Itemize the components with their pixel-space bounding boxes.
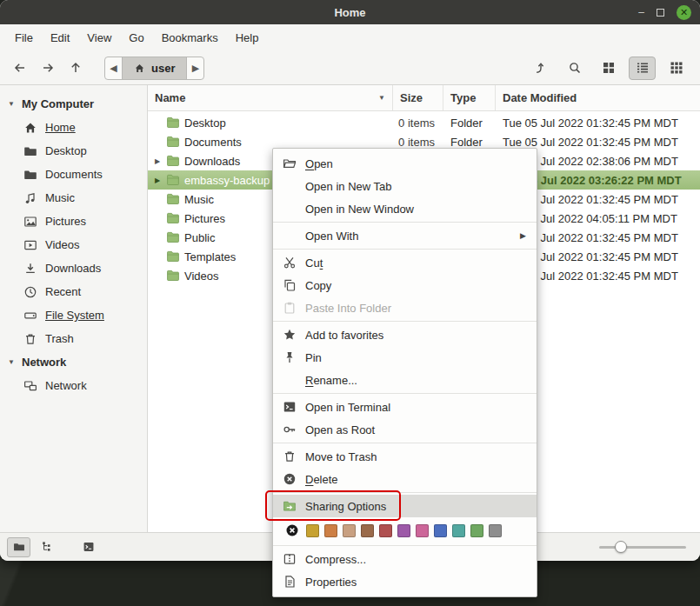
search-button[interactable] <box>561 57 588 80</box>
close-button[interactable]: ✕ <box>677 5 691 20</box>
sidebar-item-label: File System <box>45 309 104 322</box>
sidebar-section-label: Network <box>22 356 66 369</box>
context-menu-item-cut[interactable]: Cut <box>273 251 537 274</box>
context-menu-item-properties[interactable]: Properties <box>273 570 537 593</box>
context-menu-item-compress[interactable]: Compress... <box>273 548 537 570</box>
folder-color-swatch-6[interactable] <box>397 524 410 537</box>
sidebar-item-recent[interactable]: Recent <box>0 280 147 303</box>
icon-view-button[interactable] <box>595 57 622 80</box>
forward-button[interactable] <box>35 56 61 80</box>
context-menu-item-copy[interactable]: Copy <box>273 274 537 296</box>
sidebar-section-my-computer[interactable]: ▼My Computer <box>0 92 147 116</box>
toggle-location-entry-button[interactable] <box>527 57 554 80</box>
menu-item-label: Compress... <box>305 553 528 566</box>
menu-help[interactable]: Help <box>228 27 267 49</box>
menu-go[interactable]: Go <box>121 27 151 49</box>
up-button[interactable] <box>63 56 89 80</box>
folder-sym-icon <box>23 144 37 158</box>
sidebar-item-home[interactable]: Home <box>0 116 147 139</box>
folder-color-swatch-1[interactable] <box>306 524 319 537</box>
sidebar-item-videos[interactable]: Videos <box>0 233 147 256</box>
delete-icon <box>282 472 297 486</box>
folder-color-swatch-2[interactable] <box>324 524 337 537</box>
path-scroll-left-button[interactable]: ◀ <box>105 57 122 79</box>
section-expander-icon[interactable]: ▼ <box>7 358 16 366</box>
file-name: Pictures <box>184 212 225 225</box>
context-menu-item-pin[interactable]: Pin <box>273 346 537 369</box>
folder-icon <box>166 116 180 130</box>
sidebar-item-network[interactable]: Network <box>0 374 147 397</box>
folder-icon <box>166 230 180 244</box>
context-menu-item-open-in-new-window[interactable]: Open in New Window <box>273 197 537 220</box>
path-segment-user[interactable]: user <box>122 57 187 79</box>
context-menu-item-open-as-root[interactable]: Open as Root <box>273 418 537 441</box>
zoom-slider-knob[interactable] <box>615 541 627 553</box>
menu-item-label: Open as Root <box>305 423 528 436</box>
sidebar-item-trash[interactable]: Trash <box>0 327 147 350</box>
tree-view-button[interactable] <box>35 537 58 557</box>
terminal-pane-button[interactable] <box>77 537 100 557</box>
context-menu-item-add-to-favorites[interactable]: Add to favorites <box>273 323 537 346</box>
folder-color-swatch-10[interactable] <box>470 524 483 537</box>
context-menu-item-sharing-options[interactable]: Sharing Options <box>273 495 537 517</box>
path-scroll-right-button[interactable]: ▶ <box>187 57 203 79</box>
sidebar-item-downloads[interactable]: Downloads <box>0 256 147 280</box>
folder-icon <box>166 269 180 283</box>
menu-view[interactable]: View <box>79 27 119 49</box>
list-view-button[interactable] <box>629 57 656 80</box>
folder-color-swatch-9[interactable] <box>452 524 465 537</box>
folder-icon <box>166 154 180 168</box>
folder-color-swatch-11[interactable] <box>489 524 502 537</box>
sidebar-section-network[interactable]: ▼Network <box>0 350 147 374</box>
column-header-type[interactable]: Type <box>443 85 496 110</box>
places-pane-button[interactable] <box>7 537 30 557</box>
context-menu-item-open-in-new-tab[interactable]: Open in New Tab <box>273 175 537 197</box>
context-menu-item-rename[interactable]: Rename... <box>273 369 537 391</box>
minimize-button[interactable]: – <box>638 7 644 17</box>
zoom-slider[interactable] <box>599 538 686 556</box>
folder-color-swatch-3[interactable] <box>343 524 356 537</box>
clear-folder-color-button[interactable] <box>285 523 299 537</box>
context-menu-item-open-with[interactable]: Open With▶ <box>273 224 537 247</box>
menu-item-label: Open in Terminal <box>305 401 528 414</box>
context-menu-item-delete[interactable]: Delete <box>273 468 537 490</box>
section-expander-icon[interactable]: ▼ <box>7 100 16 108</box>
menu-bookmarks[interactable]: Bookmarks <box>154 27 226 49</box>
file-name: Desktop <box>184 117 226 130</box>
sidebar-item-file-system[interactable]: File System <box>0 303 147 327</box>
compact-view-icon <box>670 61 683 75</box>
menu-file[interactable]: File <box>7 27 41 49</box>
back-button[interactable] <box>7 56 33 80</box>
folder-color-swatch-4[interactable] <box>361 524 374 537</box>
sidebar-item-desktop[interactable]: Desktop <box>0 139 147 163</box>
column-header-date-modified[interactable]: Date Modified <box>496 85 700 110</box>
column-header-name[interactable]: Name▼ <box>148 85 393 110</box>
folder-color-swatch-5[interactable] <box>379 524 392 537</box>
sidebar-item-pictures[interactable]: Pictures <box>0 210 147 233</box>
menu-separator <box>273 545 537 546</box>
context-menu-item-move-to-trash[interactable]: Move to Trash <box>273 445 537 468</box>
sidebar-item-music[interactable]: Music <box>0 186 147 210</box>
sidebar-item-documents[interactable]: Documents <box>0 163 147 186</box>
folder-icon <box>166 211 180 225</box>
menu-item-label: Paste Into Folder <box>305 302 528 315</box>
search-icon <box>568 61 582 75</box>
window-title: Home <box>0 6 700 19</box>
folder-color-row <box>273 517 537 543</box>
folder-color-swatch-7[interactable] <box>416 524 429 537</box>
column-header-size[interactable]: Size <box>393 85 443 110</box>
row-expander-icon[interactable]: ▶ <box>153 157 162 165</box>
file-row-desktop[interactable]: ▶Desktop0 itemsFolderTue 05 Jul 2022 01:… <box>148 113 700 132</box>
compact-view-button[interactable] <box>663 57 690 80</box>
context-menu-item-open[interactable]: Open <box>273 152 537 175</box>
menu-edit[interactable]: Edit <box>43 27 77 49</box>
titlebar[interactable]: Home – ✕ <box>0 0 700 24</box>
file-size: 0 items <box>393 113 443 132</box>
maximize-button[interactable] <box>657 9 664 17</box>
menu-item-label: Pin <box>305 351 528 364</box>
context-menu-item-open-in-terminal[interactable]: Open in Terminal <box>273 396 537 418</box>
statusbar-buttons <box>7 537 100 557</box>
compress-icon <box>282 552 297 566</box>
row-expander-icon[interactable]: ▶ <box>153 176 162 184</box>
folder-color-swatch-8[interactable] <box>434 524 447 537</box>
